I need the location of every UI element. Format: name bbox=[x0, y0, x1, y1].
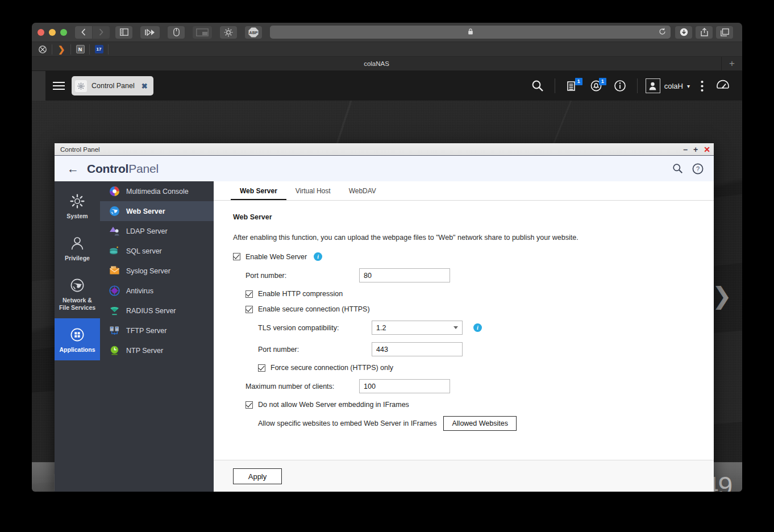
svg-text:LOG: LOG bbox=[114, 267, 118, 269]
ntp-server-icon bbox=[109, 345, 120, 356]
reload-icon[interactable] bbox=[659, 28, 666, 37]
share-icon[interactable] bbox=[696, 26, 713, 39]
rail-item-privilege[interactable]: Privilege bbox=[55, 227, 100, 269]
hamburger-menu-icon[interactable] bbox=[45, 71, 72, 101]
list-item-radius-server[interactable]: RADIUS Server bbox=[100, 301, 214, 321]
skip-forward-icon[interactable] bbox=[140, 26, 160, 39]
help-circle-icon[interactable]: ? bbox=[692, 163, 704, 174]
max-clients-input[interactable] bbox=[359, 379, 450, 393]
tls-version-select[interactable]: 1.2 bbox=[372, 321, 463, 335]
control-panel-main-pane: Web Server Virtual Host WebDAV Web Serve… bbox=[214, 181, 714, 492]
tab-webdav[interactable]: WebDAV bbox=[340, 187, 385, 200]
ldap-server-icon bbox=[109, 226, 120, 236]
brightness-icon[interactable] bbox=[220, 26, 237, 39]
list-item-label: Web Server bbox=[126, 207, 165, 215]
favorite-crossed-circle-icon[interactable] bbox=[35, 44, 50, 55]
no-iframe-label: Do not allow Web Server embedding in IFr… bbox=[258, 401, 409, 409]
picture-in-picture-icon[interactable] bbox=[193, 26, 212, 39]
port-number-input[interactable] bbox=[359, 268, 450, 282]
tab-overview-icon[interactable] bbox=[716, 26, 733, 39]
close-window-button[interactable] bbox=[38, 29, 44, 36]
forward-icon[interactable] bbox=[93, 26, 110, 39]
apply-button[interactable]: Apply bbox=[233, 468, 282, 484]
mouse-icon[interactable] bbox=[168, 26, 185, 39]
maximize-button[interactable]: + bbox=[693, 146, 698, 153]
apps-grid-icon bbox=[57, 326, 98, 343]
new-tab-button[interactable]: + bbox=[722, 57, 742, 70]
rail-item-network-file-services[interactable]: Network & File Services bbox=[55, 269, 100, 318]
browser-tab-colanas[interactable]: colaNAS bbox=[32, 57, 722, 70]
control-panel-window: Control Panel – + ✕ ← ControlPanel bbox=[55, 143, 714, 492]
close-button[interactable]: ✕ bbox=[704, 146, 710, 153]
secure-connection-checkbox[interactable] bbox=[245, 306, 253, 313]
back-icon[interactable] bbox=[75, 26, 92, 39]
rail-item-label: Network & File Services bbox=[57, 297, 98, 311]
maximize-window-button[interactable] bbox=[60, 29, 67, 36]
globe-network-icon bbox=[57, 277, 98, 294]
favorite-chevron-icon[interactable]: ❯ bbox=[54, 44, 69, 55]
browser-window: ABP ❯ N 17 bbox=[32, 23, 742, 492]
force-https-checkbox[interactable] bbox=[258, 364, 265, 372]
download-icon[interactable] bbox=[675, 26, 692, 39]
tab-web-server[interactable]: Web Server bbox=[231, 187, 286, 200]
list-item-label: SQL server bbox=[126, 247, 162, 255]
sidebar-icon[interactable] bbox=[115, 26, 132, 39]
tab-virtual-host[interactable]: Virtual Host bbox=[286, 187, 340, 200]
favorite-calendar-icon[interactable]: 17 bbox=[91, 44, 106, 55]
header-divider-2 bbox=[637, 78, 638, 93]
address-bar[interactable] bbox=[270, 26, 671, 39]
search-icon[interactable] bbox=[672, 163, 683, 174]
rail-item-system[interactable]: System bbox=[55, 185, 100, 227]
close-icon[interactable]: ✖ bbox=[142, 82, 148, 90]
port-number-label: Port number: bbox=[245, 272, 359, 280]
control-panel-footer: Apply bbox=[214, 460, 714, 492]
qts-open-tab-control-panel[interactable]: Control Panel ✖ bbox=[72, 76, 153, 95]
back-arrow-icon[interactable]: ← bbox=[67, 163, 79, 174]
list-item-multimedia-console[interactable]: Multimedia Console bbox=[100, 181, 214, 201]
chevron-down-icon bbox=[453, 326, 458, 329]
list-item-label: TFTP Server bbox=[126, 327, 167, 335]
control-panel-titlebar[interactable]: Control Panel – + ✕ bbox=[55, 143, 714, 156]
header-left-stub bbox=[32, 71, 45, 101]
info-icon[interactable] bbox=[609, 71, 631, 101]
list-item-ldap-server[interactable]: LDAP Server bbox=[100, 221, 214, 241]
http-compression-label: Enable HTTP compression bbox=[258, 290, 343, 298]
http-compression-checkbox[interactable] bbox=[245, 290, 253, 298]
https-port-label: Port number: bbox=[258, 346, 372, 354]
settings-form: Web Server After enabling this function,… bbox=[214, 201, 714, 460]
list-item-ntp-server[interactable]: NTP Server bbox=[100, 340, 214, 360]
list-item-syslog-server[interactable]: LOG Syslog Server bbox=[100, 261, 214, 281]
list-item-tftp-server[interactable]: TFTP Server bbox=[100, 321, 214, 340]
row-secure-connection: Enable secure connection (HTTPS) bbox=[245, 305, 714, 313]
row-tls-version: TLS version compatibility: 1.2 i bbox=[258, 321, 714, 335]
list-item-label: LDAP Server bbox=[126, 227, 168, 235]
minimize-button[interactable]: – bbox=[683, 146, 688, 153]
favorites-divider-4 bbox=[108, 44, 109, 55]
list-item-web-server[interactable]: Web Server bbox=[100, 201, 214, 221]
adblock-label: ABP bbox=[249, 31, 258, 35]
notifications-icon[interactable]: 1 bbox=[585, 71, 607, 101]
allowed-websites-button[interactable]: Allowed Websites bbox=[443, 416, 516, 431]
list-item-sql-server[interactable]: SQL server bbox=[100, 241, 214, 261]
next-page-arrow-icon[interactable]: ❯ bbox=[712, 284, 732, 308]
more-vertical-icon[interactable] bbox=[693, 71, 710, 101]
search-icon[interactable] bbox=[526, 71, 549, 101]
dashboard-gauge-icon[interactable] bbox=[711, 71, 734, 101]
list-item-antivirus[interactable]: Antivirus bbox=[100, 281, 214, 301]
minimize-window-button[interactable] bbox=[49, 29, 56, 36]
list-item-label: RADIUS Server bbox=[126, 307, 176, 315]
favorite-notion-icon[interactable]: N bbox=[73, 44, 88, 55]
list-item-label: NTP Server bbox=[126, 347, 163, 355]
info-icon[interactable]: i bbox=[314, 252, 322, 261]
no-iframe-checkbox[interactable] bbox=[245, 401, 253, 409]
background-tasks-icon[interactable]: 1 bbox=[561, 71, 584, 101]
page-title-bold: Control bbox=[87, 162, 128, 175]
info-icon[interactable]: i bbox=[473, 323, 482, 332]
rail-item-label: System bbox=[57, 213, 98, 220]
https-port-input[interactable] bbox=[372, 342, 463, 356]
row-max-clients: Maximum number of clients: bbox=[245, 379, 714, 393]
user-menu[interactable]: colaH ▾ bbox=[643, 78, 692, 93]
adblock-icon[interactable]: ABP bbox=[245, 26, 262, 39]
enable-web-server-checkbox[interactable] bbox=[233, 253, 240, 260]
rail-item-applications[interactable]: Applications bbox=[55, 318, 100, 360]
